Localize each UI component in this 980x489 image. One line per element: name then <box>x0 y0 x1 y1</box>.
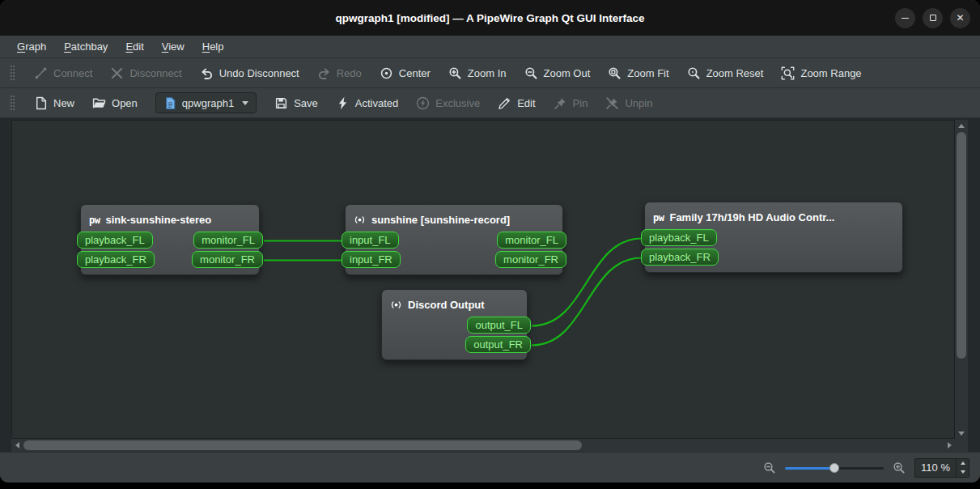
zoom-value[interactable]: 110 % <box>915 459 956 477</box>
port-sink-monitor-fr[interactable]: monitor_FR <box>192 251 263 268</box>
port-discord-output-fl[interactable]: output_FL <box>467 317 531 334</box>
toolbar-drag-handle[interactable] <box>10 95 15 111</box>
port-sunshine-monitor-fr[interactable]: monitor_FR <box>495 251 566 268</box>
port-sink-playback-fl[interactable]: playback_FL <box>77 232 153 249</box>
toolbar-button-center[interactable]: Center <box>380 66 431 80</box>
connect-icon <box>34 66 48 80</box>
scroll-left-button[interactable] <box>11 439 23 452</box>
toolbar-button-zoom-reset[interactable]: Zoom Reset <box>687 66 764 80</box>
zoom-range-icon <box>781 66 795 80</box>
node-title: sink-sunshine-stereo <box>105 214 211 226</box>
zoom-reset-icon <box>687 66 701 80</box>
port-sink-playback-fr[interactable]: playback_FR <box>77 251 155 268</box>
zoom-slider-fill <box>785 467 834 470</box>
graph-canvas[interactable]: pwsink-sunshine-stereoplayback_FLmonitor… <box>11 120 955 439</box>
menu-graph[interactable]: Graph <box>8 38 55 55</box>
arrow-left-icon <box>15 442 19 449</box>
toolbar-button-zoom-range[interactable]: Zoom Range <box>781 66 861 80</box>
vertical-scrollbar[interactable] <box>955 120 968 439</box>
scrollbar-corner <box>955 439 968 452</box>
node-header: pwsink-sunshine-stereo <box>81 209 259 232</box>
toolbar-button-save[interactable]: Save <box>274 96 318 110</box>
maximize-icon <box>930 15 936 21</box>
node-header: sunshine [sunshine-record] <box>346 209 562 232</box>
minimize-icon <box>902 18 909 19</box>
menu-view[interactable]: View <box>153 38 193 55</box>
zoom-spinbox[interactable]: 110 % <box>914 458 969 478</box>
toolbar-button-disconnect[interactable]: Disconnect <box>110 66 181 80</box>
maximize-button[interactable] <box>923 8 943 28</box>
toolbar-button-zoom-out[interactable]: Zoom Out <box>524 66 591 80</box>
zoom-spin-up-button[interactable] <box>957 459 969 468</box>
zoom-spin-down-button[interactable] <box>957 468 969 477</box>
toolbar-button-edit[interactable]: Edit <box>498 96 535 110</box>
app-window: qpwgraph1 [modified] — A PipeWire Graph … <box>0 0 980 483</box>
toolbar-graph: ConnectDisconnectUndo DisconnectRedoCent… <box>0 58 980 88</box>
port-sink-monitor-fl[interactable]: monitor_FL <box>193 232 263 249</box>
toolbar-button-open[interactable]: Open <box>92 96 138 110</box>
menu-help[interactable]: Help <box>193 38 233 55</box>
toolbar-button-new[interactable]: New <box>34 96 74 110</box>
toolbar-button-zoom-in[interactable]: Zoom In <box>448 66 507 80</box>
menu-patchbay[interactable]: Patchbay <box>55 38 117 55</box>
zoom-slider-handle[interactable] <box>829 463 839 473</box>
unpin-icon <box>605 96 619 110</box>
toolbar-button-activated[interactable]: Activated <box>336 96 398 110</box>
close-button[interactable]: ✕ <box>950 8 970 28</box>
zoom-slider[interactable] <box>785 461 884 474</box>
center-icon <box>380 66 393 80</box>
toolbar-button-undo-disconnect[interactable]: Undo Disconnect <box>200 66 299 80</box>
horizontal-scrollbar[interactable] <box>11 439 955 452</box>
port-sunshine-input-fl[interactable]: input_FL <box>342 232 399 249</box>
close-icon: ✕ <box>956 13 964 23</box>
horizontal-scrollbar-thumb[interactable] <box>23 440 582 450</box>
patchbay-session-combo[interactable]: qpwgraph1 <box>155 92 257 113</box>
minimize-button[interactable] <box>895 8 915 28</box>
toolbar-button-unpin[interactable]: Unpin <box>605 96 652 110</box>
zoom-in-icon <box>448 66 462 80</box>
node-header: Discord Output <box>382 294 527 317</box>
zoom-fit-icon <box>608 66 622 80</box>
pin-icon <box>554 96 567 110</box>
titlebar[interactable]: qpwgraph1 [modified] — A PipeWire Graph … <box>0 0 980 36</box>
node-header: pwFamily 17h/19h HD Audio Contr... <box>645 206 902 229</box>
arrow-up-icon <box>958 124 965 128</box>
patchbay-file-icon <box>163 96 177 110</box>
port-family-playback-fl[interactable]: playback_FL <box>641 229 717 246</box>
scroll-down-button[interactable] <box>955 427 968 439</box>
toolbar-button-connect[interactable]: Connect <box>34 66 92 80</box>
scroll-up-button[interactable] <box>955 120 968 131</box>
open-icon <box>92 96 106 110</box>
node-sunshine[interactable]: sunshine [sunshine-record]input_FLmonito… <box>345 204 563 275</box>
audio-app-icon <box>354 214 366 226</box>
disconnect-icon <box>110 66 124 80</box>
toolbar-button-pin[interactable]: Pin <box>554 96 588 110</box>
port-discord-output-fr[interactable]: output_FR <box>465 336 531 353</box>
port-sunshine-monitor-fl[interactable]: monitor_FL <box>497 232 566 249</box>
port-sunshine-input-fr[interactable]: input_FR <box>342 251 401 268</box>
new-icon <box>34 96 48 110</box>
bolt-icon <box>336 96 350 110</box>
bolt-circle-icon <box>416 96 430 110</box>
toolbar-button-zoom-fit[interactable]: Zoom Fit <box>608 66 668 80</box>
statusbar: 110 % <box>0 452 980 483</box>
menubar: GraphPatchbayEditViewHelp <box>0 36 980 58</box>
node-family[interactable]: pwFamily 17h/19h HD Audio Contr...playba… <box>644 202 903 273</box>
scroll-right-button[interactable] <box>944 439 955 452</box>
zoom-out-icon[interactable] <box>763 461 776 474</box>
arrow-right-icon <box>948 442 952 449</box>
window-title: qpwgraph1 [modified] — A PipeWire Graph … <box>335 12 644 24</box>
menu-edit[interactable]: Edit <box>117 38 152 55</box>
node-title: Family 17h/19h HD Audio Contr... <box>669 211 834 223</box>
arrow-down-icon <box>958 432 965 436</box>
port-family-playback-fr[interactable]: playback_FR <box>641 249 719 266</box>
zoom-spin-arrows <box>956 459 969 477</box>
arrow-down-icon <box>961 470 965 474</box>
node-sink[interactable]: pwsink-sunshine-stereoplayback_FLmonitor… <box>80 204 260 275</box>
toolbar-drag-handle[interactable] <box>10 65 15 81</box>
node-discord[interactable]: Discord Outputoutput_FLoutput_FR <box>381 289 528 360</box>
toolbar-button-redo[interactable]: Redo <box>317 66 362 80</box>
toolbar-button-exclusive[interactable]: Exclusive <box>416 96 480 110</box>
vertical-scrollbar-thumb[interactable] <box>957 132 966 359</box>
zoom-in-icon[interactable] <box>893 461 906 474</box>
